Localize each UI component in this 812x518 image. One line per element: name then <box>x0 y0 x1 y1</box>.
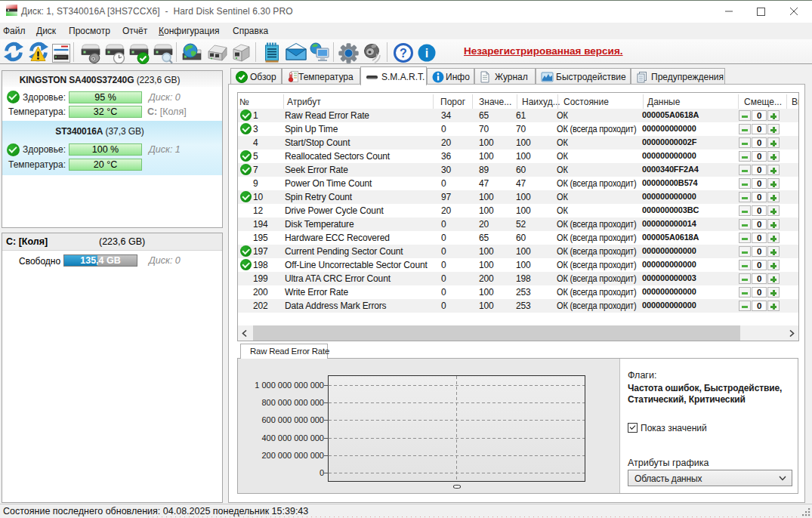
svg-text:i: i <box>425 47 428 60</box>
svg-text:?: ? <box>400 47 407 60</box>
